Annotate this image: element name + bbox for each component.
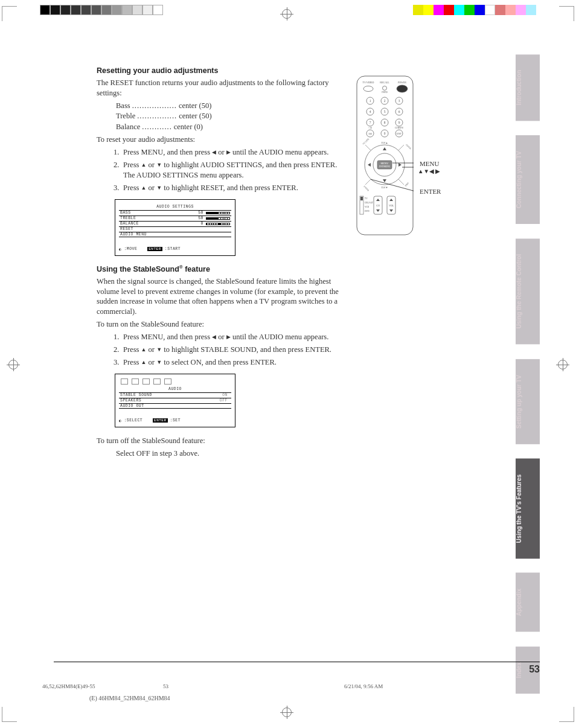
right-arrow-icon: ▶: [226, 334, 231, 340]
svg-point-2: [383, 86, 387, 91]
tab-appendix: Appendix: [516, 573, 540, 632]
right-arrow-icon: ▶: [226, 149, 231, 155]
down-arrow-icon: ▼: [156, 346, 162, 353]
svg-text:DVD: DVD: [365, 210, 370, 212]
svg-text:INFO: INFO: [382, 91, 387, 94]
callout-enter: ENTER: [420, 188, 441, 195]
svg-text:FAV▲: FAV▲: [381, 141, 388, 144]
svg-text:TV: TV: [365, 197, 368, 200]
osd-audio-menu: AUDIO STABLE SOUNDON SPEAKERSOFF AUDIO O…: [115, 374, 235, 427]
svg-text:8: 8: [384, 121, 386, 124]
svg-text:9: 9: [398, 121, 400, 124]
svg-text:POWER: POWER: [398, 81, 406, 84]
remote-diagram: TV/VIDEO RECALL INFO POWER 123 456 789: [356, 75, 495, 235]
tab-features: Using the TV's Features: [516, 459, 540, 559]
reset-steps: 1.Press MENU, and then press ◀ or ▶ unti…: [114, 147, 341, 193]
registration-mark-icon: [282, 9, 292, 19]
registration-mark-icon: [8, 360, 18, 369]
main-content: Resetting your audio adjustments The RES…: [97, 66, 341, 461]
color-bar: [413, 5, 536, 14]
grayscale-bar: [40, 5, 163, 14]
tab-remote: Using the Remote Control: [516, 238, 540, 344]
tab-setting-up: Setting up your TV: [516, 359, 540, 444]
svg-text:0: 0: [384, 132, 386, 135]
document-id: (E) 46HM84_52HM84_62HM84: [89, 695, 170, 701]
svg-text:ENT: ENT: [397, 132, 402, 135]
registration-mark-icon: [282, 707, 292, 717]
svg-text:+10: +10: [368, 126, 372, 129]
svg-text:CBL/SAT: CBL/SAT: [365, 202, 374, 204]
svg-text:TV/VIDEO: TV/VIDEO: [363, 81, 374, 84]
section-heading-stablesound: Using the StableSound® feature: [97, 264, 341, 273]
svg-text:1: 1: [370, 99, 371, 103]
registration-mark-icon: [558, 360, 568, 369]
svg-text:RECALL: RECALL: [380, 81, 389, 84]
section-heading-reset: Resetting your audio adjustments: [97, 66, 341, 75]
svg-point-1: [363, 86, 373, 92]
svg-text:100: 100: [368, 132, 372, 135]
down-arrow-icon: ▼: [156, 162, 162, 168]
svg-text:VCR: VCR: [365, 206, 370, 208]
stablesound-intro: When the signal source is changed, the S…: [97, 276, 341, 318]
page-number: 53: [54, 662, 540, 675]
reset-action-intro: To reset your audio adjustments:: [97, 135, 341, 145]
down-arrow-icon: ▼: [156, 359, 162, 365]
nav-circle-icon: ◐: [119, 418, 121, 423]
svg-text:DVDMENU: DVDMENU: [379, 165, 390, 168]
svg-text:2: 2: [384, 99, 386, 103]
down-arrow-icon: ▼: [156, 185, 162, 191]
svg-text:FAV▼: FAV▼: [381, 186, 388, 189]
stablesound-off-intro: To turn off the StableSound feature:: [97, 436, 341, 446]
svg-text:6: 6: [398, 110, 400, 113]
reset-intro: The RESET function returns your audio ad…: [97, 78, 341, 98]
tab-introduction: Introduction: [516, 54, 540, 121]
svg-text:4: 4: [370, 110, 371, 113]
svg-text:7: 7: [370, 121, 371, 124]
osd-tab-icons: [119, 377, 231, 385]
svg-text:5: 5: [384, 110, 386, 113]
nav-circle-icon: ◐: [119, 247, 121, 252]
svg-text:MENU/: MENU/: [381, 162, 389, 165]
stablesound-action-intro: To turn on the StableSound feature:: [97, 319, 341, 330]
factory-settings-list: Bass..................center (50) Treble…: [97, 101, 341, 133]
callout-menu: MENU: [420, 160, 439, 167]
svg-text:CHRTN: CHRTN: [395, 126, 403, 129]
footer-meta: 46,52,62HM84(E)49-55 53 6/21/04, 9:56 AM: [42, 683, 534, 689]
side-tabs: Introduction Connecting your TV Using th…: [516, 54, 540, 708]
stablesound-off-step: Select OFF in step 3 above.: [116, 449, 341, 459]
svg-text:VOL: VOL: [389, 204, 394, 207]
svg-rect-62: [360, 197, 363, 200]
svg-text:3: 3: [398, 99, 400, 103]
stablesound-steps: 1.Press MENU, and then press ◀ or ▶ unti…: [114, 332, 341, 368]
svg-point-3: [397, 85, 408, 92]
osd-audio-settings: AUDIO SETTINGS BASS50 TREBLE50 BALANCE0 …: [115, 199, 235, 256]
svg-text:CH: CH: [376, 204, 380, 207]
remote-icon: TV/VIDEO RECALL INFO POWER 123 456 789: [356, 75, 414, 235]
tab-connecting: Connecting your TV: [516, 135, 540, 224]
callout-arrows: ▲▼◀ ▶: [418, 168, 440, 174]
